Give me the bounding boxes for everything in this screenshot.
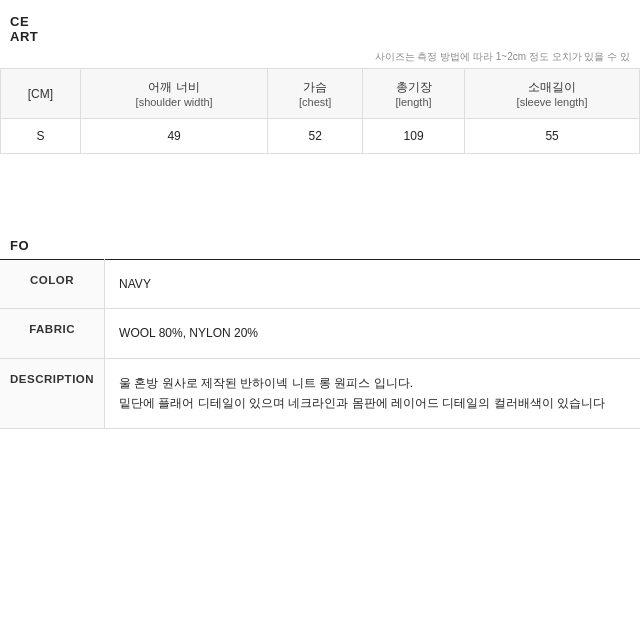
shoulder-value: 49 — [80, 119, 268, 154]
col-header-length: 총기장 [length] — [362, 69, 464, 119]
col-header-cm: [CM] — [1, 69, 81, 119]
description-label: DESCRIPTION — [0, 358, 105, 428]
length-value: 109 — [362, 119, 464, 154]
fabric-label: FABRIC — [0, 309, 105, 358]
size-notice: 사이즈는 측정 방법에 따라 1~2cm 정도 오치가 있을 수 있 — [0, 48, 640, 68]
info-row-description: DESCRIPTION 울 혼방 원사로 제작된 반하이넥 니트 롱 원피스 입… — [0, 358, 640, 428]
size-chart-section: CE ART 사이즈는 측정 방법에 따라 1~2cm 정도 오치가 있을 수 … — [0, 0, 640, 154]
sleeve-value: 55 — [465, 119, 640, 154]
info-row-color: COLOR NAVY — [0, 260, 640, 309]
color-value: NAVY — [105, 260, 640, 309]
chest-value: 52 — [268, 119, 363, 154]
color-label: COLOR — [0, 260, 105, 309]
info-row-fabric: FABRIC WOOL 80%, NYLON 20% — [0, 309, 640, 358]
spacer — [0, 154, 640, 234]
table-row: S 49 52 109 55 — [1, 119, 640, 154]
col-header-sleeve: 소매길이 [sleeve length] — [465, 69, 640, 119]
description-line-1: 울 혼방 원사로 제작된 반하이넥 니트 롱 원피스 입니다. — [119, 373, 630, 393]
fabric-value: WOOL 80%, NYLON 20% — [105, 309, 640, 358]
size-chart-title: CE ART — [0, 10, 640, 48]
page-wrapper: CE ART 사이즈는 측정 방법에 따라 1~2cm 정도 오치가 있을 수 … — [0, 0, 640, 640]
size-table: [CM] 어깨 너비 [shoulder width] 가슴 [chest] 총… — [0, 68, 640, 154]
info-table: COLOR NAVY FABRIC WOOL 80%, NYLON 20% DE… — [0, 259, 640, 429]
description-line-2: 밑단에 플래어 디테일이 있으며 네크라인과 몸판에 레이어드 디테일의 컬러배… — [119, 393, 630, 413]
col-header-chest: 가슴 [chest] — [268, 69, 363, 119]
info-section: FO COLOR NAVY FABRIC WOOL 80%, NYLON 20%… — [0, 234, 640, 429]
description-value: 울 혼방 원사로 제작된 반하이넥 니트 롱 원피스 입니다. 밑단에 플래어 … — [105, 358, 640, 428]
size-label: S — [1, 119, 81, 154]
info-section-title: FO — [0, 234, 640, 259]
col-header-shoulder: 어깨 너비 [shoulder width] — [80, 69, 268, 119]
